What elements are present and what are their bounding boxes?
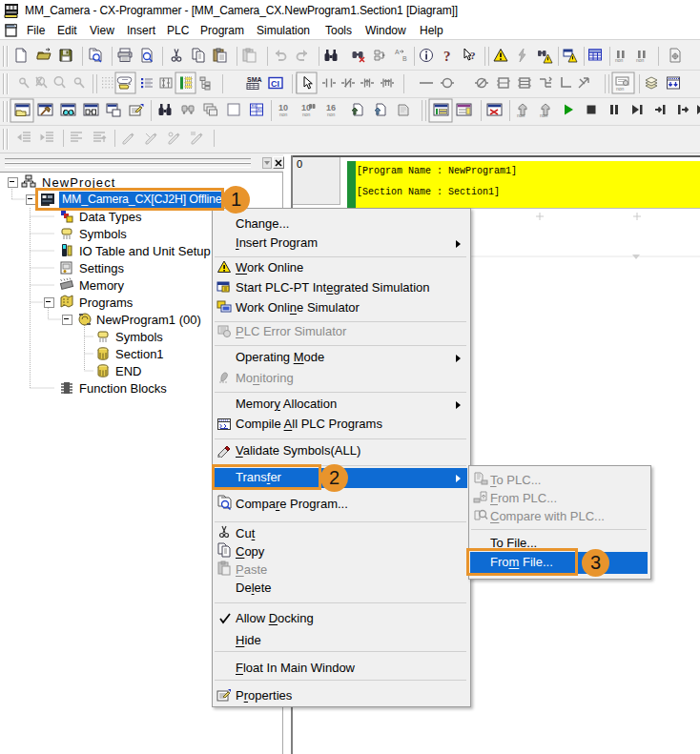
- svg-text:B: B: [402, 55, 407, 62]
- svg-text:?: ?: [470, 50, 476, 61]
- svg-text:non: non: [517, 112, 525, 118]
- svg-text:SMA: SMA: [247, 76, 262, 83]
- svg-text:02: 02: [257, 108, 262, 112]
- svg-text:non: non: [616, 86, 625, 92]
- svg-text:non: non: [636, 57, 645, 63]
- svg-text:non: non: [327, 112, 336, 117]
- svg-text:non: non: [302, 112, 311, 117]
- svg-text:non: non: [279, 112, 288, 117]
- svg-text:CI: CI: [271, 79, 279, 89]
- svg-text:?: ?: [443, 49, 451, 64]
- svg-text:01: 01: [252, 104, 257, 108]
- svg-text:A: A: [395, 49, 400, 55]
- svg-text:non: non: [540, 112, 548, 118]
- svg-text:non: non: [615, 57, 624, 63]
